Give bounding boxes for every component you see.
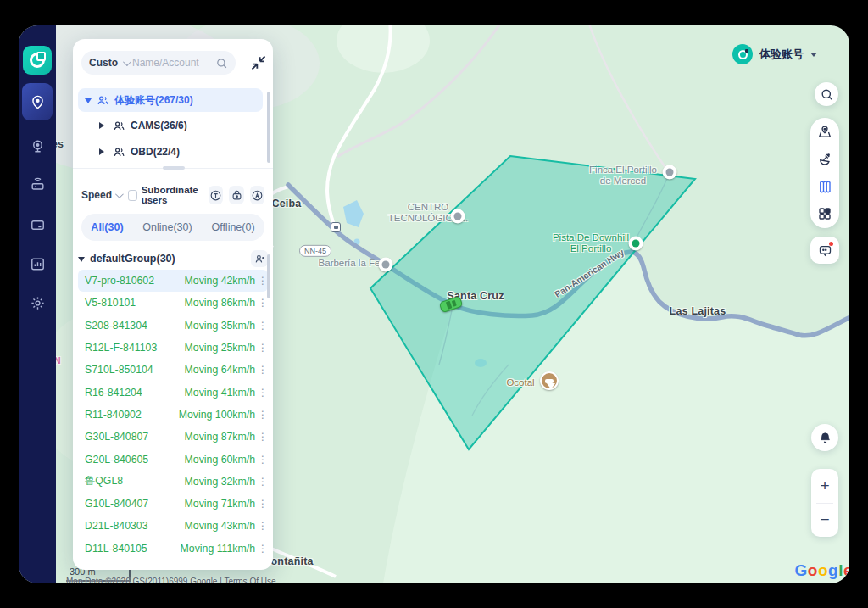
tree-node-account-root[interactable]: 体验账号(267/30): [78, 88, 263, 112]
caret-down-icon[interactable]: [78, 257, 85, 265]
more-options-icon[interactable]: ⋮: [258, 431, 264, 443]
tab-all[interactable]: All(30): [91, 221, 123, 233]
search-icon[interactable]: [215, 57, 228, 70]
vehicle-row[interactable]: G10L-840407Moving 71km/h⋮: [78, 493, 268, 515]
zoom-out-button[interactable]: −: [811, 504, 838, 538]
sidebar-item-tracking[interactable]: [22, 83, 53, 120]
more-options-icon[interactable]: ⋮: [258, 454, 264, 466]
vehicle-status: Moving 64km/h: [185, 364, 255, 376]
poi-marker-finca-el-portillo[interactable]: [663, 165, 677, 180]
poi-marker-tool-icon[interactable]: [817, 125, 832, 140]
alerts-bell-button[interactable]: [811, 424, 838, 451]
tree-scrollbar[interactable]: [267, 92, 270, 163]
app-logo[interactable]: [23, 46, 52, 75]
more-options-icon[interactable]: ⋮: [258, 387, 264, 399]
users-icon: [97, 94, 109, 107]
poi-marker-pista-de-downhill[interactable]: [629, 237, 643, 251]
vehicle-status: Moving 87km/h: [185, 431, 255, 443]
more-options-icon[interactable]: ⋮: [258, 275, 264, 287]
tab-online[interactable]: Online(30): [142, 221, 192, 233]
caret-down-icon[interactable]: [85, 98, 92, 107]
vehicle-status: Moving 43km/h: [185, 520, 255, 532]
apps-grid-icon[interactable]: [817, 206, 832, 221]
webcam-icon: [30, 138, 46, 154]
vehicle-list: V7-pro-810602Moving 42km/h⋮V5-810101Movi…: [78, 270, 268, 560]
alarm-filter-button[interactable]: [250, 186, 264, 204]
caret-right-icon[interactable]: [99, 122, 108, 129]
vehicle-name: S208-841304: [85, 320, 185, 332]
sidebar-item-reports[interactable]: [22, 248, 53, 279]
zoom-in-button[interactable]: +: [811, 469, 838, 503]
group-header[interactable]: defaultGroup(30): [78, 249, 268, 268]
poi-marker-barberia-la-fe[interactable]: [379, 258, 393, 272]
vehicle-row[interactable]: 鲁QGL8Moving 32km/h⋮: [78, 471, 268, 493]
caret-right-icon[interactable]: [99, 148, 108, 155]
account-menu[interactable]: 体验账号: [732, 44, 817, 64]
vehicle-row[interactable]: R12L-F-841103Moving 25km/h⋮: [78, 337, 268, 359]
sidebar-item-cards[interactable]: [22, 209, 53, 240]
satellite-icon[interactable]: [817, 152, 832, 167]
vehicle-row[interactable]: G20L-840605Moving 60km/h⋮: [78, 448, 268, 470]
users-icon: [113, 120, 125, 132]
more-options-icon[interactable]: ⋮: [258, 297, 264, 309]
tree-node-label: 体验账号(267/30): [114, 93, 193, 108]
more-options-icon[interactable]: ⋮: [258, 409, 264, 421]
chevron-down-icon: [123, 58, 131, 66]
vehicle-row[interactable]: S208-841304Moving 35km/h⋮: [78, 315, 268, 337]
tree-node-cams[interactable]: CAMS(36/6): [78, 114, 263, 137]
messages-button[interactable]: [810, 237, 839, 264]
sidebar-item-monitoring[interactable]: [22, 131, 53, 161]
map-label: Las Lajitas: [670, 305, 726, 317]
more-options-icon[interactable]: ⋮: [258, 498, 264, 510]
tab-offline[interactable]: Offline(0): [211, 221, 254, 233]
list-scrollbar[interactable]: [267, 254, 270, 298]
vehicle-row[interactable]: V5-810101Moving 86km/h⋮: [78, 292, 268, 314]
vehicle-status: Moving 35km/h: [185, 320, 255, 332]
vehicle-name: R11-840902: [85, 409, 179, 421]
search-bar[interactable]: Custo: [81, 51, 236, 75]
drag-handle[interactable]: [163, 166, 185, 170]
vehicle-row[interactable]: D21L-840303Moving 43km/h⋮: [78, 515, 268, 537]
lock-filter-button[interactable]: [229, 186, 243, 204]
tree-node-obd[interactable]: OBD(22/4): [78, 140, 263, 164]
chevron-down-icon: [810, 53, 817, 60]
lodging-marker-ocotal[interactable]: [540, 371, 559, 390]
vehicle-row[interactable]: R11-840902Moving 100km/h⋮: [78, 404, 268, 426]
more-options-icon[interactable]: ⋮: [258, 320, 264, 332]
group-users-button[interactable]: [251, 250, 268, 267]
user-switch-icon: [254, 254, 265, 265]
more-options-icon[interactable]: ⋮: [258, 364, 264, 376]
speed-dropdown[interactable]: Speed: [81, 189, 112, 201]
subordinate-users-checkbox[interactable]: [128, 190, 137, 201]
vehicle-row[interactable]: S710L-850104Moving 64km/h⋮: [78, 359, 268, 381]
poi-marker-centro-tecnologico[interactable]: [451, 209, 465, 224]
map-label: Ceiba: [271, 198, 301, 209]
more-options-icon[interactable]: ⋮: [258, 342, 264, 354]
search-filter-select[interactable]: Custo: [89, 57, 120, 69]
collapse-panel-icon[interactable]: [250, 54, 267, 71]
sidebar-item-settings[interactable]: [22, 287, 53, 318]
vehicle-row[interactable]: R16-841204Moving 41km/h⋮: [78, 381, 268, 403]
gear-icon: [30, 295, 46, 311]
notification-dot: [829, 242, 833, 246]
more-options-icon[interactable]: ⋮: [258, 543, 264, 555]
vehicle-row[interactable]: D11L-840105Moving 111km/h⋮: [78, 538, 268, 560]
search-input[interactable]: [132, 57, 212, 69]
more-options-icon[interactable]: ⋮: [258, 476, 264, 488]
sidebar-item-devices[interactable]: [22, 169, 53, 199]
account-logo-icon: [732, 44, 753, 64]
circled-a-icon: [251, 189, 264, 202]
geofence-tool-icon[interactable]: [817, 179, 832, 194]
search-icon: [820, 87, 834, 102]
vehicle-row[interactable]: V7-pro-810602Moving 42km/h⋮: [78, 270, 268, 292]
more-options-icon[interactable]: ⋮: [258, 520, 264, 532]
circle-t-icon: [209, 189, 222, 202]
users-icon: [113, 146, 125, 159]
map-attribution[interactable]: Map Data ©2026 GS(2011)6999 Google | Ter…: [66, 577, 276, 583]
vehicle-row[interactable]: G30L-840807Moving 87km/h⋮: [78, 426, 268, 448]
bus-stop-icon[interactable]: [331, 222, 341, 232]
map-search-button[interactable]: [815, 82, 838, 106]
map-label: Finca El Portillo de Merced: [589, 165, 657, 187]
circled-t-filter-button[interactable]: [209, 186, 223, 204]
map-label: NN-45: [299, 245, 331, 257]
